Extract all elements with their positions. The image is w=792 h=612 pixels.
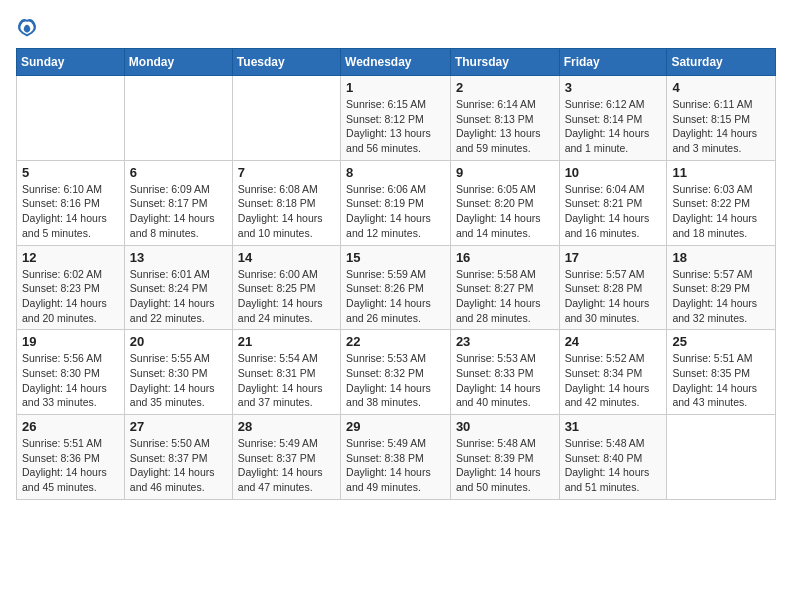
day-info: Sunrise: 5:54 AMSunset: 8:31 PMDaylight:… xyxy=(238,351,335,410)
header-day-friday: Friday xyxy=(559,49,667,76)
calendar-cell: 8Sunrise: 6:06 AMSunset: 8:19 PMDaylight… xyxy=(341,160,451,245)
calendar-cell: 23Sunrise: 5:53 AMSunset: 8:33 PMDayligh… xyxy=(450,330,559,415)
calendar-cell: 4Sunrise: 6:11 AMSunset: 8:15 PMDaylight… xyxy=(667,76,776,161)
calendar-cell: 11Sunrise: 6:03 AMSunset: 8:22 PMDayligh… xyxy=(667,160,776,245)
calendar-cell: 3Sunrise: 6:12 AMSunset: 8:14 PMDaylight… xyxy=(559,76,667,161)
calendar-cell: 1Sunrise: 6:15 AMSunset: 8:12 PMDaylight… xyxy=(341,76,451,161)
calendar-cell: 30Sunrise: 5:48 AMSunset: 8:39 PMDayligh… xyxy=(450,415,559,500)
calendar-table: SundayMondayTuesdayWednesdayThursdayFrid… xyxy=(16,48,776,500)
calendar-cell: 26Sunrise: 5:51 AMSunset: 8:36 PMDayligh… xyxy=(17,415,125,500)
calendar-cell: 20Sunrise: 5:55 AMSunset: 8:30 PMDayligh… xyxy=(124,330,232,415)
day-number: 5 xyxy=(22,165,119,180)
day-info: Sunrise: 5:53 AMSunset: 8:33 PMDaylight:… xyxy=(456,351,554,410)
calendar-cell: 12Sunrise: 6:02 AMSunset: 8:23 PMDayligh… xyxy=(17,245,125,330)
calendar-cell: 6Sunrise: 6:09 AMSunset: 8:17 PMDaylight… xyxy=(124,160,232,245)
calendar-week-4: 19Sunrise: 5:56 AMSunset: 8:30 PMDayligh… xyxy=(17,330,776,415)
day-info: Sunrise: 6:01 AMSunset: 8:24 PMDaylight:… xyxy=(130,267,227,326)
header-day-wednesday: Wednesday xyxy=(341,49,451,76)
calendar-cell: 22Sunrise: 5:53 AMSunset: 8:32 PMDayligh… xyxy=(341,330,451,415)
day-info: Sunrise: 5:50 AMSunset: 8:37 PMDaylight:… xyxy=(130,436,227,495)
calendar-week-3: 12Sunrise: 6:02 AMSunset: 8:23 PMDayligh… xyxy=(17,245,776,330)
calendar-header-row: SundayMondayTuesdayWednesdayThursdayFrid… xyxy=(17,49,776,76)
day-info: Sunrise: 5:51 AMSunset: 8:36 PMDaylight:… xyxy=(22,436,119,495)
calendar-cell: 15Sunrise: 5:59 AMSunset: 8:26 PMDayligh… xyxy=(341,245,451,330)
calendar-cell: 10Sunrise: 6:04 AMSunset: 8:21 PMDayligh… xyxy=(559,160,667,245)
day-info: Sunrise: 5:59 AMSunset: 8:26 PMDaylight:… xyxy=(346,267,445,326)
day-number: 14 xyxy=(238,250,335,265)
calendar-cell xyxy=(667,415,776,500)
day-number: 30 xyxy=(456,419,554,434)
calendar-cell: 29Sunrise: 5:49 AMSunset: 8:38 PMDayligh… xyxy=(341,415,451,500)
logo-icon xyxy=(16,16,38,38)
day-number: 9 xyxy=(456,165,554,180)
day-info: Sunrise: 6:03 AMSunset: 8:22 PMDaylight:… xyxy=(672,182,770,241)
day-number: 23 xyxy=(456,334,554,349)
day-info: Sunrise: 6:04 AMSunset: 8:21 PMDaylight:… xyxy=(565,182,662,241)
day-info: Sunrise: 5:55 AMSunset: 8:30 PMDaylight:… xyxy=(130,351,227,410)
logo xyxy=(16,16,42,38)
day-info: Sunrise: 5:48 AMSunset: 8:39 PMDaylight:… xyxy=(456,436,554,495)
calendar-cell: 17Sunrise: 5:57 AMSunset: 8:28 PMDayligh… xyxy=(559,245,667,330)
day-number: 16 xyxy=(456,250,554,265)
day-info: Sunrise: 6:11 AMSunset: 8:15 PMDaylight:… xyxy=(672,97,770,156)
header-day-saturday: Saturday xyxy=(667,49,776,76)
calendar-cell: 27Sunrise: 5:50 AMSunset: 8:37 PMDayligh… xyxy=(124,415,232,500)
day-info: Sunrise: 6:00 AMSunset: 8:25 PMDaylight:… xyxy=(238,267,335,326)
day-number: 19 xyxy=(22,334,119,349)
day-number: 17 xyxy=(565,250,662,265)
day-number: 22 xyxy=(346,334,445,349)
header-day-monday: Monday xyxy=(124,49,232,76)
calendar-cell xyxy=(17,76,125,161)
header-day-tuesday: Tuesday xyxy=(232,49,340,76)
day-info: Sunrise: 5:48 AMSunset: 8:40 PMDaylight:… xyxy=(565,436,662,495)
day-number: 15 xyxy=(346,250,445,265)
calendar-cell: 24Sunrise: 5:52 AMSunset: 8:34 PMDayligh… xyxy=(559,330,667,415)
day-number: 10 xyxy=(565,165,662,180)
calendar-cell xyxy=(232,76,340,161)
day-number: 13 xyxy=(130,250,227,265)
calendar-cell: 21Sunrise: 5:54 AMSunset: 8:31 PMDayligh… xyxy=(232,330,340,415)
day-info: Sunrise: 6:06 AMSunset: 8:19 PMDaylight:… xyxy=(346,182,445,241)
day-info: Sunrise: 6:12 AMSunset: 8:14 PMDaylight:… xyxy=(565,97,662,156)
day-number: 28 xyxy=(238,419,335,434)
calendar-week-2: 5Sunrise: 6:10 AMSunset: 8:16 PMDaylight… xyxy=(17,160,776,245)
day-number: 18 xyxy=(672,250,770,265)
day-info: Sunrise: 5:49 AMSunset: 8:37 PMDaylight:… xyxy=(238,436,335,495)
day-number: 1 xyxy=(346,80,445,95)
calendar-cell: 19Sunrise: 5:56 AMSunset: 8:30 PMDayligh… xyxy=(17,330,125,415)
day-number: 6 xyxy=(130,165,227,180)
calendar-cell: 13Sunrise: 6:01 AMSunset: 8:24 PMDayligh… xyxy=(124,245,232,330)
calendar-cell: 28Sunrise: 5:49 AMSunset: 8:37 PMDayligh… xyxy=(232,415,340,500)
day-info: Sunrise: 5:57 AMSunset: 8:29 PMDaylight:… xyxy=(672,267,770,326)
day-number: 3 xyxy=(565,80,662,95)
day-number: 24 xyxy=(565,334,662,349)
day-info: Sunrise: 5:57 AMSunset: 8:28 PMDaylight:… xyxy=(565,267,662,326)
day-info: Sunrise: 5:51 AMSunset: 8:35 PMDaylight:… xyxy=(672,351,770,410)
calendar-cell: 9Sunrise: 6:05 AMSunset: 8:20 PMDaylight… xyxy=(450,160,559,245)
day-number: 7 xyxy=(238,165,335,180)
day-info: Sunrise: 6:15 AMSunset: 8:12 PMDaylight:… xyxy=(346,97,445,156)
day-info: Sunrise: 5:53 AMSunset: 8:32 PMDaylight:… xyxy=(346,351,445,410)
calendar-cell: 7Sunrise: 6:08 AMSunset: 8:18 PMDaylight… xyxy=(232,160,340,245)
calendar-cell xyxy=(124,76,232,161)
header-day-thursday: Thursday xyxy=(450,49,559,76)
day-info: Sunrise: 6:09 AMSunset: 8:17 PMDaylight:… xyxy=(130,182,227,241)
day-number: 12 xyxy=(22,250,119,265)
calendar-week-5: 26Sunrise: 5:51 AMSunset: 8:36 PMDayligh… xyxy=(17,415,776,500)
calendar-cell: 14Sunrise: 6:00 AMSunset: 8:25 PMDayligh… xyxy=(232,245,340,330)
calendar-week-1: 1Sunrise: 6:15 AMSunset: 8:12 PMDaylight… xyxy=(17,76,776,161)
page-header xyxy=(16,16,776,38)
day-info: Sunrise: 5:52 AMSunset: 8:34 PMDaylight:… xyxy=(565,351,662,410)
day-info: Sunrise: 5:56 AMSunset: 8:30 PMDaylight:… xyxy=(22,351,119,410)
day-number: 20 xyxy=(130,334,227,349)
calendar-cell: 5Sunrise: 6:10 AMSunset: 8:16 PMDaylight… xyxy=(17,160,125,245)
calendar-cell: 31Sunrise: 5:48 AMSunset: 8:40 PMDayligh… xyxy=(559,415,667,500)
day-number: 4 xyxy=(672,80,770,95)
day-number: 25 xyxy=(672,334,770,349)
day-number: 11 xyxy=(672,165,770,180)
calendar-cell: 18Sunrise: 5:57 AMSunset: 8:29 PMDayligh… xyxy=(667,245,776,330)
day-info: Sunrise: 6:02 AMSunset: 8:23 PMDaylight:… xyxy=(22,267,119,326)
day-number: 2 xyxy=(456,80,554,95)
day-number: 21 xyxy=(238,334,335,349)
day-info: Sunrise: 5:49 AMSunset: 8:38 PMDaylight:… xyxy=(346,436,445,495)
